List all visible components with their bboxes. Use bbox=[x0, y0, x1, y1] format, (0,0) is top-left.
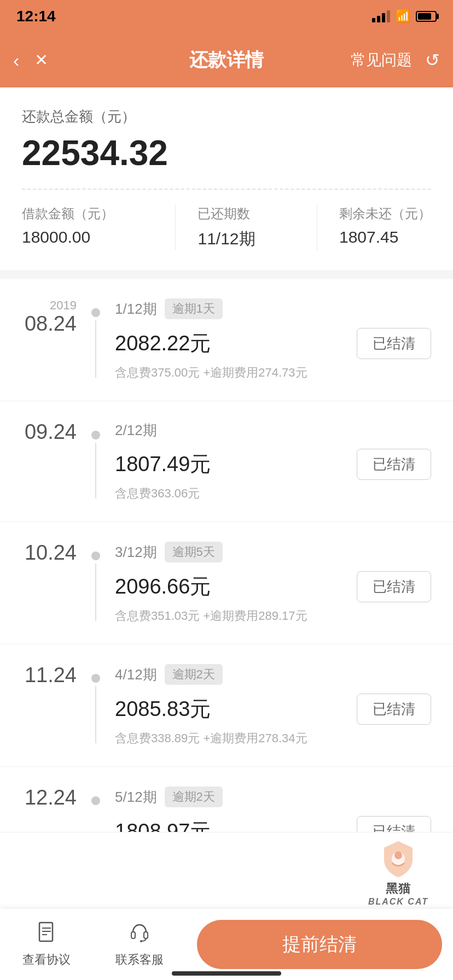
timeline-date: 2019 08.24 bbox=[16, 298, 88, 381]
bottom-bar: 查看协议 联系客服 提前结清 bbox=[0, 909, 453, 980]
settled-button[interactable]: 已结清 bbox=[357, 694, 431, 725]
timeline-detail: 含息费338.89元 +逾期费用278.34元 bbox=[115, 730, 431, 747]
timeline-detail: 含息费363.06元 bbox=[115, 485, 431, 502]
settled-button[interactable]: 已结清 bbox=[357, 328, 431, 359]
stat-loan: 借款金额（元） 18000.00 bbox=[22, 205, 114, 250]
timeline-dot bbox=[91, 431, 100, 439]
timeline-amount: 2085.83元 bbox=[115, 695, 211, 723]
timeline-header: 2/12期 bbox=[115, 421, 431, 440]
early-settlement-button[interactable]: 提前结清 bbox=[197, 920, 442, 969]
timeline-amount: 1808.97元 bbox=[115, 818, 211, 832]
timeline-header: 4/12期 逾期2天 bbox=[115, 664, 431, 685]
timeline-content: 4/12期 逾期2天 2085.83元 已结清 含息费338.89元 +逾期费用… bbox=[104, 664, 431, 747]
view-agreement-button[interactable]: 查看协议 bbox=[0, 922, 93, 968]
stat-loan-value: 18000.00 bbox=[22, 228, 114, 247]
signal-icon bbox=[372, 10, 390, 22]
timeline-content: 3/12期 逾期5天 2096.66元 已结清 含息费351.03元 +逾期费用… bbox=[104, 542, 431, 624]
timeline-line bbox=[95, 443, 96, 498]
period-label: 4/12期 bbox=[115, 665, 157, 684]
settled-button[interactable]: 已结清 bbox=[357, 449, 431, 480]
overdue-badge: 逾期2天 bbox=[165, 787, 223, 807]
agreement-icon bbox=[36, 922, 57, 947]
timeline-dot-line bbox=[88, 421, 104, 502]
timeline-amount-row: 2085.83元 已结清 bbox=[115, 694, 431, 725]
timeline-amount-row: 2082.22元 已结清 bbox=[115, 328, 431, 359]
status-icons: 📶 bbox=[372, 9, 437, 24]
close-button[interactable]: ✕ bbox=[34, 52, 48, 68]
timeline-date: 11.24 bbox=[16, 664, 88, 747]
overdue-badge: 逾期5天 bbox=[165, 542, 223, 562]
nav-title: 还款详情 bbox=[189, 48, 264, 73]
stat-paid: 已还期数 11/12期 bbox=[175, 205, 255, 250]
stat-paid-value: 11/12期 bbox=[198, 228, 255, 250]
timeline-amount: 2096.66元 bbox=[115, 573, 211, 601]
timeline-header: 3/12期 逾期5天 bbox=[115, 542, 431, 562]
timeline-dot-line bbox=[88, 787, 104, 812]
settled-button[interactable]: 已结清 bbox=[357, 571, 431, 602]
timeline-amount-row: 2096.66元 已结清 bbox=[115, 571, 431, 602]
timeline-amount-row: 1808.97元 已结清 bbox=[115, 816, 431, 832]
summary-total-amount: 22534.32 bbox=[22, 133, 431, 173]
timeline-detail: 含息费351.03元 +逾期费用289.17元 bbox=[115, 608, 431, 624]
timeline-year: 2019 bbox=[50, 298, 77, 313]
nav-right: 常见问题 ↺ bbox=[351, 50, 440, 71]
timeline-item: 10.24 3/12期 逾期5天 2096.66元 已结清 含息费351.03元… bbox=[0, 522, 453, 644]
summary-total-label: 还款总金额（元） bbox=[22, 107, 431, 126]
timeline-content: 1/12期 逾期1天 2082.22元 已结清 含息费375.00元 +逾期费用… bbox=[104, 298, 431, 381]
watermark-sub: BLACK CAT bbox=[368, 897, 428, 907]
stat-remaining: 剩余未还（元） 1807.45 bbox=[317, 205, 431, 250]
overdue-badge: 逾期1天 bbox=[165, 298, 223, 319]
timeline-header: 5/12期 逾期2天 bbox=[115, 787, 431, 807]
battery-icon bbox=[416, 11, 437, 22]
watermark: 黑猫 BLACK CAT bbox=[344, 838, 453, 909]
stat-remaining-value: 1807.45 bbox=[339, 228, 431, 247]
timeline-line bbox=[95, 686, 96, 743]
timeline-content: 2/12期 1807.49元 已结清 含息费363.06元 bbox=[104, 421, 431, 502]
timeline-date: 09.24 bbox=[16, 421, 88, 502]
refresh-button[interactable]: ↺ bbox=[425, 50, 440, 71]
timeline-date: 12.24 bbox=[16, 787, 88, 812]
nav-left: ‹ ✕ bbox=[13, 51, 48, 69]
status-bar: 12:14 📶 bbox=[0, 0, 453, 33]
timeline-dot bbox=[91, 308, 100, 317]
stat-paid-label: 已还期数 bbox=[198, 205, 255, 222]
shield-icon bbox=[379, 840, 417, 878]
timeline-day-value: 10.24 bbox=[25, 542, 77, 565]
view-agreement-label: 查看协议 bbox=[22, 952, 71, 968]
timeline-item: 09.24 2/12期 1807.49元 已结清 含息费363.06元 bbox=[0, 401, 453, 522]
timeline-list: 2019 08.24 1/12期 逾期1天 2082.22元 已结清 含息费37… bbox=[0, 279, 453, 929]
timeline-amount: 1807.49元 bbox=[115, 450, 211, 478]
timeline-header: 1/12期 逾期1天 bbox=[115, 298, 431, 319]
timeline-day-value: 08.24 bbox=[25, 313, 77, 336]
faq-button[interactable]: 常见问题 bbox=[351, 50, 412, 71]
stat-remaining-label: 剩余未还（元） bbox=[339, 205, 431, 222]
wifi-icon: 📶 bbox=[396, 9, 410, 24]
stat-loan-label: 借款金额（元） bbox=[22, 205, 114, 222]
headset-icon bbox=[129, 922, 150, 947]
status-time: 12:14 bbox=[16, 8, 56, 25]
timeline-dot-line bbox=[88, 298, 104, 381]
timeline-day-value: 09.24 bbox=[25, 421, 77, 444]
timeline-dot bbox=[91, 551, 100, 560]
timeline-item: 2019 08.24 1/12期 逾期1天 2082.22元 已结清 含息费37… bbox=[0, 279, 453, 401]
timeline-item: 12.24 5/12期 逾期2天 1808.97元 已结清 含息费326.75元… bbox=[0, 767, 453, 832]
timeline-dot bbox=[91, 796, 100, 805]
home-indicator bbox=[172, 971, 281, 976]
contact-service-button[interactable]: 联系客服 bbox=[93, 922, 186, 968]
timeline-amount-row: 1807.49元 已结清 bbox=[115, 449, 431, 480]
timeline-day-value: 11.24 bbox=[25, 664, 77, 687]
period-label: 5/12期 bbox=[115, 788, 157, 807]
back-button[interactable]: ‹ bbox=[13, 51, 19, 69]
settled-button[interactable]: 已结清 bbox=[357, 816, 431, 832]
period-label: 3/12期 bbox=[115, 543, 157, 562]
period-label: 1/12期 bbox=[115, 300, 157, 319]
timeline-date: 10.24 bbox=[16, 542, 88, 624]
timeline-amount: 2082.22元 bbox=[115, 330, 211, 357]
overdue-badge: 逾期2天 bbox=[165, 664, 223, 685]
timeline-content: 5/12期 逾期2天 1808.97元 已结清 含息费326.75元 +逾期费用… bbox=[104, 787, 431, 812]
summary-divider bbox=[22, 189, 431, 190]
timeline-dot-line bbox=[88, 664, 104, 747]
timeline-detail: 含息费375.00元 +逾期费用274.73元 bbox=[115, 365, 431, 381]
period-label: 2/12期 bbox=[115, 421, 157, 440]
svg-point-8 bbox=[140, 940, 142, 942]
